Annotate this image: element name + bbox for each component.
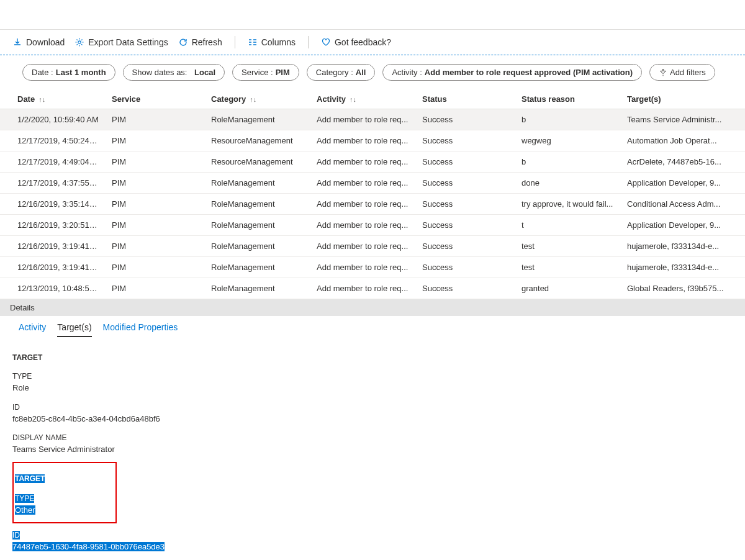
cell-date: 12/16/2019, 3:19:41 PM bbox=[0, 236, 106, 257]
export-settings-label: Export Data Settings bbox=[88, 37, 168, 47]
table-row[interactable]: 12/17/2019, 4:50:24 PMPIMResourceManagem… bbox=[0, 130, 745, 151]
col-header-category[interactable]: Category↑↓ bbox=[205, 89, 310, 109]
filter-service[interactable]: Service : PIM bbox=[232, 64, 299, 81]
target2-id-label: ID bbox=[12, 531, 20, 540]
cell-service: PIM bbox=[106, 173, 205, 194]
add-filters-button[interactable]: Add filters bbox=[649, 64, 715, 81]
cell-targets: Global Readers, f39b575... bbox=[621, 278, 745, 299]
col-header-reason[interactable]: Status reason bbox=[515, 89, 621, 109]
cell-category: RoleManagement bbox=[205, 173, 310, 194]
cell-service: PIM bbox=[106, 109, 205, 130]
table-row[interactable]: 12/16/2019, 3:19:41 PMPIMRoleManagementA… bbox=[0, 236, 745, 257]
filter-date[interactable]: Date : Last 1 month bbox=[22, 64, 115, 81]
cell-service: PIM bbox=[106, 130, 205, 151]
tab-targets[interactable]: Target(s) bbox=[57, 320, 91, 337]
cell-date: 12/16/2019, 3:20:51 PM bbox=[0, 215, 106, 236]
cell-date: 12/17/2019, 4:49:04 PM bbox=[0, 151, 106, 173]
cell-activity: Add member to role req... bbox=[310, 215, 416, 236]
cell-category: RoleManagement bbox=[205, 194, 310, 215]
tab-activity[interactable]: Activity bbox=[19, 320, 46, 337]
details-header: Details bbox=[0, 299, 745, 316]
cell-service: PIM bbox=[106, 278, 205, 299]
details-header-label: Details bbox=[10, 303, 35, 312]
table-row[interactable]: 12/16/2019, 3:35:14 PMPIMRoleManagementA… bbox=[0, 194, 745, 215]
target2-id-value: 74487eb5-1630-4fa8-9581-0bb076ea5de3 bbox=[12, 542, 165, 551]
cell-status: Success bbox=[416, 194, 515, 215]
cell-date: 12/16/2019, 3:19:41 PM bbox=[0, 257, 106, 278]
col-header-targets[interactable]: Target(s) bbox=[621, 89, 745, 109]
target1-type-value: Role bbox=[12, 382, 733, 394]
cell-targets: Conditional Access Adm... bbox=[621, 194, 745, 215]
cell-status: Success bbox=[416, 109, 515, 130]
feedback-button[interactable]: Got feedback? bbox=[321, 37, 391, 47]
heart-icon bbox=[321, 37, 331, 47]
cell-reason: done bbox=[515, 173, 621, 194]
cell-reason: test bbox=[515, 236, 621, 257]
columns-icon bbox=[248, 37, 258, 47]
cell-targets: AcrDelete, 74487eb5-16... bbox=[621, 151, 745, 173]
col-header-service[interactable]: Service bbox=[106, 89, 205, 109]
cell-activity: Add member to role req... bbox=[310, 236, 416, 257]
target1-displayname-value: Teams Service Administrator bbox=[12, 443, 733, 456]
filter-date-label: Date : bbox=[32, 68, 53, 77]
filter-service-value: PIM bbox=[276, 68, 290, 77]
target2-section: TARGET bbox=[15, 474, 45, 483]
col-header-activity[interactable]: Activity↑↓ bbox=[310, 89, 416, 109]
cell-category: ResourceManagement bbox=[205, 151, 310, 173]
command-bar: Download Export Data Settings Refresh Co… bbox=[0, 30, 745, 55]
cell-category: RoleManagement bbox=[205, 257, 310, 278]
cell-service: PIM bbox=[106, 194, 205, 215]
col-header-date[interactable]: Date↑↓ bbox=[0, 89, 106, 109]
target2-type-value: Other bbox=[15, 505, 35, 515]
refresh-button[interactable]: Refresh bbox=[178, 37, 222, 47]
filter-showdates-label: Show dates as: bbox=[132, 68, 187, 77]
feedback-label: Got feedback? bbox=[335, 37, 391, 47]
cell-reason: granted bbox=[515, 278, 621, 299]
details-tabs: Activity Target(s) Modified Properties bbox=[0, 316, 745, 337]
target1-displayname-label: DISPLAY NAME bbox=[12, 432, 733, 443]
table-row[interactable]: 12/13/2019, 10:48:54 AMPIMRoleManagement… bbox=[0, 278, 745, 299]
columns-button[interactable]: Columns bbox=[248, 37, 296, 47]
target1-type-label: TYPE bbox=[12, 371, 733, 382]
cell-activity: Add member to role req... bbox=[310, 130, 416, 151]
cell-targets: hujamerole, f333134d-e... bbox=[621, 257, 745, 278]
cell-status: Success bbox=[416, 278, 515, 299]
table-row[interactable]: 12/16/2019, 3:19:41 PMPIMRoleManagementA… bbox=[0, 257, 745, 278]
filter-category-value: All bbox=[356, 68, 366, 77]
cell-service: PIM bbox=[106, 257, 205, 278]
table-row[interactable]: 12/17/2019, 4:49:04 PMPIMResourceManagem… bbox=[0, 151, 745, 173]
filter-category[interactable]: Category : All bbox=[307, 64, 376, 81]
filter-showdates-value: Local bbox=[194, 68, 215, 77]
cell-activity: Add member to role req... bbox=[310, 173, 416, 194]
table-row[interactable]: 12/16/2019, 3:20:51 PMPIMRoleManagementA… bbox=[0, 215, 745, 236]
gear-icon bbox=[74, 37, 84, 47]
cell-reason: try approve, it would fail... bbox=[515, 194, 621, 215]
top-blank-area bbox=[0, 0, 745, 30]
export-settings-button[interactable]: Export Data Settings bbox=[74, 37, 168, 47]
sort-icon: ↑↓ bbox=[250, 96, 256, 103]
cell-targets: Automation Job Operat... bbox=[621, 130, 745, 151]
sort-icon: ↑↓ bbox=[350, 96, 356, 103]
add-filters-label: Add filters bbox=[670, 68, 706, 77]
cell-targets: hujamerole, f333134d-e... bbox=[621, 236, 745, 257]
target1-id-value: fc8eb205-c8c4-4b5c-a3e4-04cbd6a48bf6 bbox=[12, 413, 733, 425]
highlight-box: TARGET TYPE Other bbox=[12, 462, 117, 524]
filter-activity-value: Add member to role request approved (PIM… bbox=[425, 68, 633, 77]
filter-activity[interactable]: Activity : Add member to role request ap… bbox=[382, 64, 642, 81]
cell-date: 12/17/2019, 4:37:55 PM bbox=[0, 173, 106, 194]
toolbar-divider bbox=[235, 36, 235, 48]
filter-show-dates[interactable]: Show dates as: Local bbox=[123, 64, 225, 81]
download-button[interactable]: Download bbox=[12, 37, 65, 47]
cell-status: Success bbox=[416, 130, 515, 151]
download-icon bbox=[12, 37, 22, 47]
table-row[interactable]: 12/17/2019, 4:37:55 PMPIMRoleManagementA… bbox=[0, 173, 745, 194]
col-header-status[interactable]: Status bbox=[416, 89, 515, 109]
cell-targets: Teams Service Administr... bbox=[621, 109, 745, 130]
tab-modified-properties[interactable]: Modified Properties bbox=[103, 320, 178, 337]
cell-date: 12/16/2019, 3:35:14 PM bbox=[0, 194, 106, 215]
details-content: TARGET TYPE Role ID fc8eb205-c8c4-4b5c-a… bbox=[0, 337, 745, 560]
audit-log-table: Date↑↓ Service Category↑↓ Activity↑↓ Sta… bbox=[0, 89, 745, 299]
table-row[interactable]: 1/2/2020, 10:59:40 AMPIMRoleManagementAd… bbox=[0, 109, 745, 130]
cell-targets: Application Developer, 9... bbox=[621, 173, 745, 194]
cell-status: Success bbox=[416, 173, 515, 194]
